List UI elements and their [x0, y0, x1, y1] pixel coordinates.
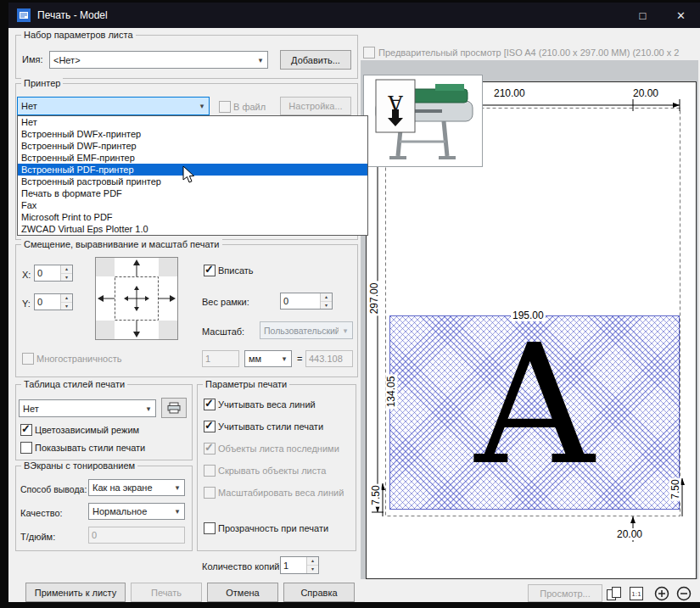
close-button[interactable]: ✕ [662, 3, 700, 28]
unit-combo[interactable]: мм ▾ [244, 350, 292, 367]
quality-combo[interactable]: Нормальное ▾ [88, 503, 185, 520]
spin-down-icon[interactable]: ▾ [61, 303, 72, 310]
dim-bottom-offset: 20.00 [615, 528, 644, 540]
printer-option[interactable]: Fax [18, 199, 367, 211]
print-button: Печать [131, 583, 202, 602]
printer-combo[interactable]: Нет ▾ [17, 97, 210, 115]
plot-to-file-checkbox[interactable] [219, 101, 231, 113]
equals-label: = [297, 354, 302, 364]
option-plotstyles-label: Учитывать стили печати [218, 421, 323, 432]
style-table-combo[interactable]: Нет ▾ [19, 399, 156, 417]
dim-paper-width: 210.00 [492, 87, 527, 99]
chevron-down-icon: ▾ [195, 102, 209, 110]
quality-value: Нормальное [89, 506, 171, 516]
printer-option[interactable]: Нет [18, 116, 367, 128]
y-offset-input[interactable] [35, 294, 60, 310]
plotter-illustration: A [364, 75, 480, 165]
dim-top-right-margin: 20.00 [631, 87, 660, 99]
dim-hatch-width: 195.00 [511, 310, 546, 321]
plot-alignment-widget[interactable] [95, 257, 178, 340]
help-button[interactable]: Справка [283, 583, 355, 602]
spin-up-icon[interactable]: ▴ [321, 293, 332, 302]
chevron-down-icon: ▾ [339, 326, 352, 335]
chevron-down-icon: ▾ [142, 404, 155, 413]
style-table-combo-value: Нет [20, 404, 142, 414]
copies-input[interactable] [281, 557, 306, 573]
spinner-buttons: ▴▾ [60, 265, 72, 281]
dpi-label: Т/дюйм: [20, 532, 55, 542]
screen: Печать - Model □ ✕ Набор параметров лист… [0, 0, 700, 608]
style-table-edit-button[interactable] [161, 398, 187, 418]
spin-up-icon[interactable]: ▴ [61, 294, 72, 303]
printer-option[interactable]: Встроенный DWFx-принтер [18, 128, 367, 140]
zoom-out-icon[interactable] [674, 585, 694, 602]
spin-down-icon[interactable]: ▾ [61, 274, 72, 282]
multipage-checkbox [22, 353, 34, 365]
option-hide-objects-checkbox [204, 465, 216, 477]
cancel-button[interactable]: Отмена [207, 583, 278, 602]
x-offset-spinner[interactable]: ▴▾ [34, 265, 73, 282]
shaded-viewports-group-label: ВЭкраны с тонированием [21, 460, 137, 471]
x-offset-label: X: [22, 270, 31, 280]
frame-weight-input[interactable] [281, 293, 320, 309]
option-lineweights-label: Учитывать веса линий [218, 399, 316, 410]
printer-option[interactable]: ZWCAD Virtual Eps Plotter 1.0 [18, 223, 367, 235]
spin-up-icon[interactable]: ▴ [307, 557, 318, 566]
color-dependent-checkbox[interactable] [20, 424, 32, 436]
page-layout-icon[interactable] [604, 585, 624, 602]
option-lineweights-checkbox[interactable] [204, 399, 216, 410]
spin-down-icon[interactable]: ▾ [307, 566, 318, 573]
printer-icon [167, 402, 181, 414]
zoom-in-icon[interactable] [652, 585, 672, 602]
sheet-name-value: <Нет> [50, 55, 254, 65]
chevron-down-icon: ▾ [171, 483, 184, 492]
spin-down-icon[interactable]: ▾ [321, 302, 332, 310]
spinner-buttons: ▴▾ [320, 293, 332, 309]
scale-combo: Пользовательский ▾ [260, 321, 353, 339]
multipage-label: Многостраничность [36, 354, 121, 364]
printer-option[interactable]: Microsoft Print to PDF [18, 211, 367, 223]
shade-plot-combo[interactable]: Как на экране ▾ [88, 479, 185, 496]
svg-text:1:1: 1:1 [631, 591, 641, 598]
preview-button: Просмотр... [528, 584, 602, 602]
chevron-down-icon: ▾ [277, 354, 291, 363]
apply-to-layout-button[interactable]: Применить к листу [25, 583, 126, 602]
fit-to-paper-label: Вписать [218, 265, 254, 276]
dim-hatch-height: 134.05 [385, 375, 397, 410]
add-button[interactable]: Добавить... [280, 50, 351, 70]
style-table-group-label: Таблица стилей печати [21, 379, 127, 389]
maximize-button[interactable]: □ [624, 3, 662, 28]
y-offset-label: Y: [22, 298, 31, 309]
scale-combo-value: Пользовательский [260, 326, 339, 336]
chevron-down-icon: ▾ [171, 507, 184, 516]
copies-label: Количество копий: [202, 561, 282, 572]
y-offset-spinner[interactable]: ▴▾ [34, 293, 73, 310]
show-plot-styles-checkbox[interactable] [20, 442, 32, 454]
option-transparency-checkbox[interactable] [204, 522, 216, 534]
printer-setup-button: Настройка... [280, 97, 351, 115]
printer-option[interactable]: Печать в формате PDF [18, 187, 367, 199]
printer-option[interactable]: Встроенный EMF-принтер [18, 152, 367, 164]
x-offset-input[interactable] [35, 265, 60, 281]
printer-combo-value: Нет [18, 101, 195, 111]
dim-bottom-right-margin: 7.50 [669, 477, 681, 500]
title-bar[interactable]: Печать - Model □ ✕ [8, 3, 700, 28]
shade-plot-value: Как на экране [89, 482, 171, 493]
copies-spinner[interactable]: ▴▾ [280, 556, 319, 574]
window-title: Печать - Model [37, 9, 624, 21]
spinner-buttons: ▴▾ [306, 557, 318, 573]
sheet-name-combo[interactable]: <Нет> ▾ [49, 51, 268, 69]
fit-to-paper-checkbox[interactable] [204, 265, 216, 276]
chevron-down-icon: ▾ [254, 56, 267, 64]
spin-up-icon[interactable]: ▴ [61, 265, 72, 274]
plot-content-letter: A [475, 322, 595, 488]
app-icon [17, 8, 31, 22]
shade-plot-label: Способ вывода: [20, 484, 87, 494]
frame-weight-spinner[interactable]: ▴▾ [280, 293, 333, 310]
dim-bottom-left-margin: 7.50 [370, 483, 382, 506]
plot-options-group-label: Параметры печати [203, 379, 289, 389]
printer-option[interactable]: Встроенный DWF-принтер [18, 140, 367, 152]
option-plotstyles-checkbox[interactable] [204, 421, 216, 432]
plot-extents-hatch: A [389, 315, 680, 510]
one-to-one-icon[interactable]: 1:1 [626, 585, 647, 602]
